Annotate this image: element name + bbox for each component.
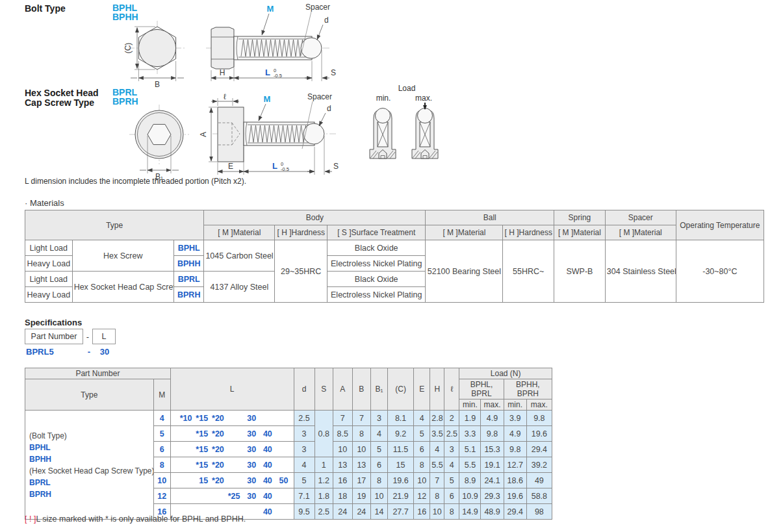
cell-load-max-light: 24.1 — [481, 473, 504, 488]
cell-load-max-light: 4.9 — [481, 411, 504, 426]
cell-ell: 8 — [444, 504, 459, 520]
cell-a: 8.5 — [333, 426, 352, 442]
cell-b1: 10 — [370, 488, 387, 504]
cell-c: 15 — [388, 457, 414, 473]
cell-spring-material: SWP-B — [554, 240, 606, 303]
col-header-e: E — [414, 368, 430, 411]
cell-load: Heavy Load — [25, 287, 73, 303]
cell-op-temp: -30~80°C — [676, 240, 764, 303]
cell-h: 4 — [430, 442, 444, 457]
col-header-c: (C) — [388, 368, 414, 411]
cell-load: Heavy Load — [25, 256, 73, 272]
cell-c: 9.2 — [388, 426, 414, 442]
cell-a: 10 — [333, 442, 352, 457]
cell-l-sizes: *15*203040 — [170, 426, 294, 442]
cell-l-sizes: *15*203040 — [170, 457, 294, 473]
cell-surface: Electroless Nickel Plating — [327, 287, 426, 303]
cell-body-material: 4137 Alloy Steel — [204, 272, 275, 303]
dim-label-l: L — [265, 68, 270, 77]
plunger-min-icon — [370, 108, 396, 159]
cell-d: 3 — [294, 426, 314, 442]
l-dimension-note: L dimension includes the incomplete thre… — [25, 177, 246, 186]
dim-label-l: L — [272, 161, 277, 171]
cell-load-max-light: 48.9 — [481, 504, 504, 520]
load-title: Load — [398, 84, 416, 93]
cell-load-min-heavy: 3.9 — [504, 411, 526, 426]
plunger-max-icon — [412, 108, 438, 159]
cell-load-max-light: 29.3 — [481, 488, 504, 504]
cell-ell: 3 — [444, 442, 459, 457]
spec-table: Part Number L d S A B B₁ (C) E H ℓ Load … — [25, 368, 552, 520]
builder-dash: - — [83, 332, 92, 342]
cell-a: 16 — [333, 473, 352, 488]
cell-surface: Black Oxide — [327, 272, 426, 287]
col-header-spacer-material: [ M ]Material — [605, 225, 676, 240]
cell-load-min-heavy: 18.6 — [504, 473, 526, 488]
table-row: Light Load Hex Screw BPHL 1045 Carbon St… — [25, 240, 764, 256]
cell-surface: Electroless Nickel Plating — [327, 256, 426, 272]
col-header-body-hardness: [ H ]Hardness — [275, 225, 327, 240]
cell-load-max-heavy: 98 — [526, 504, 552, 520]
cell-part-code: BPHH — [173, 256, 203, 272]
cell-part-code: BPHL — [173, 240, 203, 256]
cell-d: 3 — [294, 442, 314, 457]
dim-label-s: S — [331, 68, 336, 77]
table-row: Type Body Ball Spring Spacer Operating T… — [25, 210, 764, 225]
col-header-d: d — [294, 368, 314, 411]
cell-ball-hardness: 55HRC~ — [503, 240, 554, 303]
dim-label-s: S — [333, 162, 339, 171]
col-group-spacer: Spacer — [605, 210, 676, 225]
cell-b1: 3 — [370, 411, 387, 426]
cell-body-material: 1045 Carbon Steel — [204, 240, 275, 272]
cell-s: 0.8 — [314, 411, 333, 457]
cell-b: 24 — [352, 504, 370, 520]
tolerance-bottom: -0.5 — [274, 73, 282, 79]
cell-d: 4 — [294, 457, 314, 473]
cell-load-min-light: 8.9 — [459, 473, 481, 488]
cell-ell: 5 — [444, 473, 459, 488]
cell-b: 7 — [352, 411, 370, 426]
col-group-ball: Ball — [426, 210, 554, 225]
hex-side-view: ℓ A M Spacer d E L 0 -0.5 S — [199, 93, 339, 175]
col-header-type: Type — [25, 210, 204, 240]
cell-l-sizes: *15*203040 — [170, 442, 294, 457]
col-group-load-n: Load (N) — [459, 368, 552, 379]
hex-type-title: Hex Socket Head Cap Screw Type — [25, 88, 99, 108]
cell-h: 10 — [430, 504, 444, 520]
col-header-b1: B₁ — [370, 368, 387, 411]
cell-load-min-light: 3.3 — [459, 426, 481, 442]
cell-part-code: BPRL — [173, 272, 203, 287]
cell-s: 2.5 — [314, 504, 333, 520]
cell-b: 19 — [352, 488, 370, 504]
dim-label-a: A — [199, 132, 208, 137]
cell-h: 3.5 — [430, 426, 444, 442]
col-header-op-temp: Operating Temperature — [676, 210, 764, 240]
table-row: Part Number L d S A B B₁ (C) E H ℓ Load … — [25, 368, 552, 379]
hex-socket-drawing: B₁ ℓ A M Spa — [120, 93, 344, 182]
cell-m: 8 — [153, 457, 170, 473]
cell-load-min-light: 10.9 — [459, 488, 481, 504]
col-header-s: S — [314, 368, 333, 411]
diagram-section: Bolt Type BPHL BPHH (C) B — [0, 0, 770, 195]
hex-front-view: B₁ — [129, 105, 189, 181]
cell-c: 11.5 — [388, 442, 414, 457]
cell-h: 7 — [430, 473, 444, 488]
cell-load-max-light: 9.8 — [481, 426, 504, 442]
col-header-part-number: Part Number — [25, 368, 171, 379]
col-header-min-light: min. — [459, 399, 481, 411]
load-max-label: max. — [415, 94, 432, 103]
cell-m: 5 — [153, 426, 170, 442]
hex-title-line2: Cap Screw Type — [25, 98, 99, 108]
cell-screw-type: Hex Screw — [72, 240, 173, 272]
cell-d: 5 — [294, 473, 314, 488]
page: { "colors": { "accent_cyan": "#18a0dc", … — [0, 0, 770, 532]
warning-mark: [ ! ] — [25, 514, 36, 524]
hex-title-line1: Hex Socket Head — [25, 88, 99, 98]
cell-load: Light Load — [25, 240, 73, 256]
col-header-type: Type — [25, 379, 154, 411]
cell-load-max-heavy: 58.8 — [526, 488, 552, 504]
spacer-label: Spacer — [307, 93, 332, 101]
cell-c: 19.6 — [388, 473, 414, 488]
cell-b1: 14 — [370, 504, 387, 520]
cell-c: 8.1 — [388, 411, 414, 426]
